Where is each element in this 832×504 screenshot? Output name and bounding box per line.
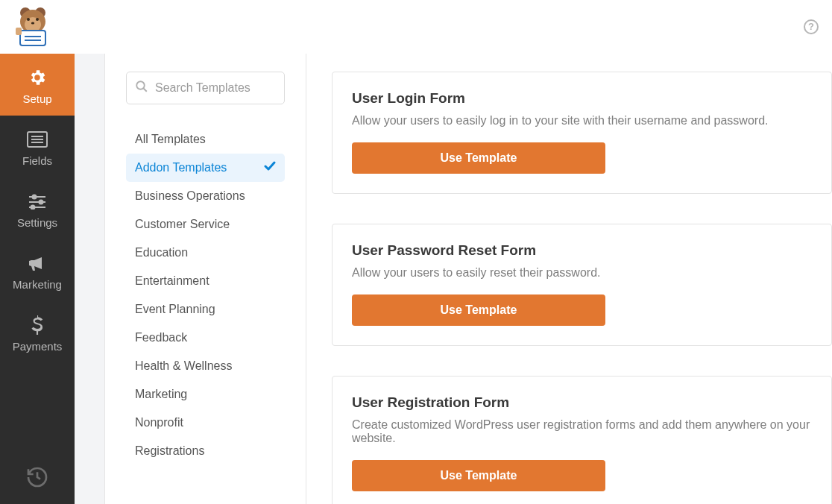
- category-label: Event Planning: [135, 303, 215, 316]
- svg-point-6: [31, 22, 34, 24]
- category-label: Registrations: [135, 444, 204, 458]
- nav-fields[interactable]: Fields: [0, 116, 75, 177]
- help-icon[interactable]: ?: [804, 19, 819, 34]
- nav-label: Settings: [17, 216, 57, 229]
- template-title: User Password Reset Form: [352, 242, 812, 259]
- category-item[interactable]: Nonprofit: [126, 409, 285, 437]
- svg-point-16: [33, 195, 37, 199]
- svg-point-18: [40, 201, 43, 204]
- search-input[interactable]: [126, 72, 285, 104]
- list-icon: [27, 129, 48, 150]
- top-bar: ?: [0, 0, 832, 54]
- template-card: User Password Reset Form Allow your user…: [332, 224, 832, 346]
- bullhorn-icon: [28, 253, 47, 274]
- use-template-button[interactable]: Use Template: [352, 294, 605, 326]
- category-label: Health & Wellness: [135, 359, 232, 373]
- category-item[interactable]: Customer Service: [126, 210, 285, 239]
- nav-bottom: [0, 455, 75, 504]
- category-item[interactable]: Registrations: [126, 437, 285, 465]
- template-card: User Registration Form Create customized…: [332, 376, 832, 504]
- svg-point-4: [27, 18, 30, 21]
- category-label: Education: [135, 246, 188, 259]
- left-nav: Setup Fields Settings Marketing Payments: [0, 54, 75, 504]
- template-desc: Create customized WordPress user registr…: [352, 418, 812, 445]
- category-item[interactable]: Addon Templates: [126, 154, 285, 182]
- gear-icon: [28, 67, 47, 88]
- svg-point-5: [36, 18, 39, 21]
- category-item[interactable]: All Templates: [126, 125, 285, 154]
- category-item[interactable]: Feedback: [126, 324, 285, 352]
- nav-label: Fields: [22, 154, 52, 167]
- nav-settings[interactable]: Settings: [0, 177, 75, 239]
- template-title: User Login Form: [352, 90, 812, 107]
- nav-setup[interactable]: Setup: [0, 54, 75, 116]
- nav-marketing[interactable]: Marketing: [0, 239, 75, 301]
- nav-label: Setup: [22, 92, 51, 105]
- category-label: All Templates: [135, 133, 206, 146]
- nav-payments[interactable]: Payments: [0, 301, 75, 363]
- svg-rect-10: [16, 28, 22, 35]
- category-column: All Templates Addon Templates Business O…: [105, 54, 306, 504]
- nav-label: Payments: [13, 340, 63, 353]
- category-item[interactable]: Entertainment: [126, 267, 285, 295]
- svg-line-22: [143, 88, 147, 92]
- history-icon: [25, 467, 49, 488]
- category-item[interactable]: Business Operations: [126, 182, 285, 210]
- nav-history[interactable]: [0, 455, 75, 504]
- template-desc: Allow your users to easily log in to you…: [352, 114, 812, 127]
- svg-rect-7: [20, 31, 45, 45]
- category-label: Nonprofit: [135, 416, 183, 429]
- category-label: Feedback: [135, 331, 187, 344]
- templates-column: User Login Form Allow your users to easi…: [306, 54, 832, 504]
- template-search: [126, 72, 285, 104]
- brand-logo: [10, 4, 55, 49]
- setup-panel: All Templates Addon Templates Business O…: [104, 54, 832, 504]
- search-icon: [135, 80, 148, 96]
- sliders-icon: [28, 191, 47, 212]
- category-label: Customer Service: [135, 218, 230, 231]
- use-template-button[interactable]: Use Template: [352, 460, 605, 491]
- template-desc: Allow your users to easily reset their p…: [352, 266, 812, 280]
- check-icon: [264, 161, 276, 174]
- svg-point-21: [136, 81, 145, 89]
- category-label: Addon Templates: [135, 161, 227, 174]
- category-label: Marketing: [135, 388, 187, 401]
- content-shell: All Templates Addon Templates Business O…: [75, 54, 832, 504]
- svg-point-20: [31, 206, 35, 210]
- category-list: All Templates Addon Templates Business O…: [126, 125, 285, 465]
- template-title: User Registration Form: [352, 394, 812, 411]
- category-label: Entertainment: [135, 274, 209, 288]
- nav-label: Marketing: [13, 278, 62, 291]
- dollar-icon: [31, 315, 44, 336]
- category-item[interactable]: Education: [126, 239, 285, 267]
- category-item[interactable]: Health & Wellness: [126, 352, 285, 380]
- category-item[interactable]: Event Planning: [126, 295, 285, 324]
- template-card: User Login Form Allow your users to easi…: [332, 72, 832, 194]
- category-item[interactable]: Marketing: [126, 380, 285, 409]
- category-label: Business Operations: [135, 189, 245, 203]
- use-template-button[interactable]: Use Template: [352, 142, 605, 174]
